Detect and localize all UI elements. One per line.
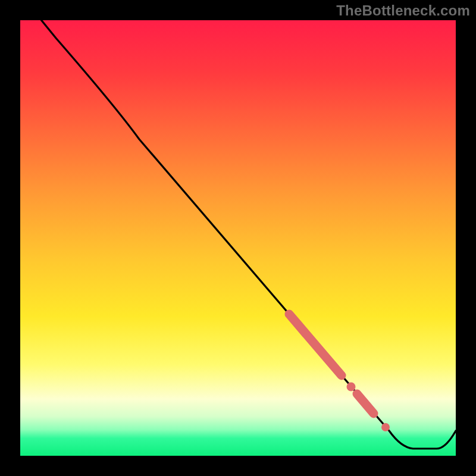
highlight-dot-2 [381,423,390,431]
watermark-text: TheBottleneck.com [336,2,470,19]
main-curve [22,20,456,449]
highlight-dot-1 [347,383,356,392]
chart-svg [20,20,456,456]
highlight-segment-2 [357,394,374,414]
chart-frame: TheBottleneck.com [0,0,476,476]
highlight-segment-1 [289,314,342,375]
plot-area [20,20,456,456]
